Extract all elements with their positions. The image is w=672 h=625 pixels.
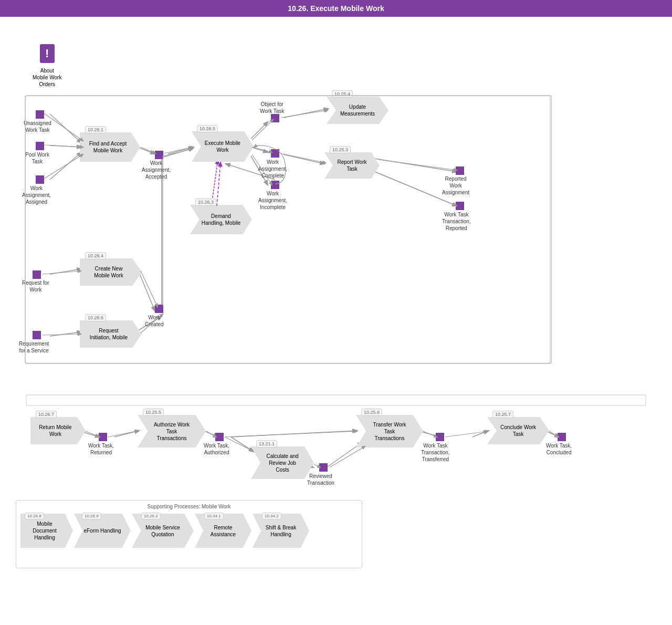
work-assignment-complete-obj xyxy=(271,149,279,158)
process-10-26-8[interactable]: MobileDocumentHandling 10.26.8 xyxy=(20,514,73,548)
svg-line-36 xyxy=(252,120,273,140)
work-created-obj xyxy=(155,305,163,313)
reviewed-transaction-obj xyxy=(319,463,328,472)
unassigned-work-task-label: UnassignedWork Task xyxy=(24,120,51,133)
work-task-returned-label: Work Task,Returned xyxy=(88,442,114,456)
unassigned-work-task-obj xyxy=(36,110,44,119)
process-id-10-26-1: 10.26.1 xyxy=(85,126,106,133)
svg-line-4 xyxy=(168,147,193,154)
process-id-10-26-5: 10.26.5 xyxy=(197,125,218,132)
work-assignment-assigned-obj xyxy=(36,175,44,184)
work-task-transaction-reported-obj xyxy=(456,202,464,210)
svg-line-33 xyxy=(44,154,83,179)
svg-line-40 xyxy=(379,160,457,170)
work-assignment-complete-label: WorkAssignment,Complete xyxy=(258,159,287,179)
svg-line-14 xyxy=(50,269,81,274)
process-10-26-6[interactable]: RequestInitiation, Mobile 10.26.6 xyxy=(80,320,142,348)
svg-line-9 xyxy=(375,159,457,172)
process-id-10-25-3: 10.25.3 xyxy=(330,146,351,153)
pool-work-task-obj xyxy=(36,142,44,150)
process-10-26-7[interactable]: Return MobileWork 10.26.7 xyxy=(30,417,86,444)
process-10-25-7[interactable]: Conclude WorkTask 10.25.7 xyxy=(487,417,549,444)
svg-line-37 xyxy=(281,110,328,118)
process-10-26-5[interactable]: Execute MobileWork 10.26.5 xyxy=(192,131,254,162)
svg-line-49 xyxy=(163,149,192,156)
work-assignment-incomplete-label: WorkAssignment,Incomplete xyxy=(258,190,287,211)
process-id-10-26-3: 10.26.3 xyxy=(195,199,216,206)
svg-line-0 xyxy=(50,114,81,143)
process-id-10-25-7: 10.25.7 xyxy=(492,411,513,418)
process-id-10-26-4: 10.26.4 xyxy=(85,252,106,259)
svg-line-43 xyxy=(217,163,220,206)
svg-line-38 xyxy=(252,147,272,152)
process-10-26-9[interactable]: eForm Handling 10.26.9 xyxy=(74,514,131,548)
work-task-transaction-transferred-label: Work TaskTransaction,Transferred xyxy=(421,442,450,463)
process-10-25-3[interactable]: Report WorkTask 10.25.3 xyxy=(324,152,380,179)
header: 10.26. Execute Mobile Work xyxy=(0,0,672,17)
request-for-work-label: Request forWork xyxy=(22,279,49,293)
process-10-34-2[interactable]: Shift & BreakHandling 10.34.2 xyxy=(253,514,309,548)
process-10-26-2[interactable]: Mobile ServiceQuotation 10.26.2 xyxy=(132,514,194,548)
work-assignment-accepted-obj xyxy=(155,151,163,159)
svg-rect-30 xyxy=(26,395,646,405)
svg-line-28 xyxy=(472,431,488,437)
svg-line-51 xyxy=(108,431,139,437)
svg-line-57 xyxy=(423,431,437,437)
work-task-authorized-obj xyxy=(215,433,224,441)
work-assignment-assigned-label: WorkAssignment,Assigned xyxy=(22,185,51,205)
process-10-34-1[interactable]: RemoteAssistance 10.34.1 xyxy=(195,514,251,548)
svg-line-44 xyxy=(42,271,81,274)
svg-line-32 xyxy=(44,145,83,147)
process-10-26-3[interactable]: DemandHandling, Mobile 10.26.3 xyxy=(190,205,252,234)
page-title: 10.26. Execute Mobile Work xyxy=(288,4,384,13)
svg-line-23 xyxy=(231,437,254,452)
work-assignment-incomplete-obj xyxy=(271,181,279,189)
process-10-26-1[interactable]: Find and AcceptMobile Work 10.26.1 xyxy=(80,132,140,162)
requirement-service-obj xyxy=(33,331,41,339)
work-created-label: WorkCreated xyxy=(145,314,164,328)
svg-line-50 xyxy=(86,431,100,437)
process-10-25-5[interactable]: Authorize WorkTaskTransactions 10.25.5 xyxy=(138,415,206,447)
process-id-13-21-1: 13.21.1 xyxy=(256,440,277,447)
diagram-area: ! AboutMobile WorkOrders UnassignedWork … xyxy=(0,17,672,595)
object-for-work-task-obj xyxy=(271,114,279,122)
work-task-authorized-label: Work Task,Authorized xyxy=(204,442,229,456)
svg-line-1 xyxy=(50,145,81,147)
svg-line-58 xyxy=(445,431,488,437)
svg-line-21 xyxy=(114,431,139,437)
about-label: AboutMobile WorkOrders xyxy=(33,67,61,88)
work-task-transaction-transferred-obj xyxy=(436,433,444,441)
work-task-concluded-label: Work Task,Concluded xyxy=(546,442,572,456)
svg-line-16 xyxy=(50,332,81,336)
process-id-10-25-5: 10.25.5 xyxy=(143,409,164,416)
process-id-10-25-6: 10.25.6 xyxy=(361,409,382,416)
svg-line-24 xyxy=(231,431,357,437)
svg-line-8 xyxy=(284,154,324,164)
pool-work-task-label: Pool WorkTask xyxy=(25,151,49,165)
supporting-processes-box: Supporting Processes: Mobile Work Mobile… xyxy=(16,500,362,568)
supporting-title: Supporting Processes: Mobile Work xyxy=(16,501,362,512)
process-id-10-25-4: 10.25.4 xyxy=(332,90,353,98)
svg-line-54 xyxy=(225,431,357,437)
svg-line-56 xyxy=(330,446,365,467)
work-task-returned-obj xyxy=(99,433,107,441)
process-10-25-6[interactable]: Transfer WorkTaskTransactions 10.25.6 xyxy=(356,415,423,447)
svg-line-6 xyxy=(284,109,328,118)
svg-line-35 xyxy=(164,147,193,153)
process-10-25-4[interactable]: UpdateMeasurements 10.25.4 xyxy=(327,97,388,124)
request-for-work-obj xyxy=(33,270,41,279)
svg-line-46 xyxy=(42,334,81,335)
reviewed-transaction-label: ReviewedTransaction xyxy=(307,473,334,486)
process-13-21-1[interactable]: Calculate andReview JobCosts 13.21.1 xyxy=(251,446,314,479)
reported-work-assignment-obj xyxy=(456,166,464,175)
work-task-transaction-reported-label: Work TaskTransaction,Reported xyxy=(442,211,471,232)
process-id-10-26-6: 10.26.6 xyxy=(85,314,106,321)
process-10-26-4[interactable]: Create NewMobile Work 10.26.4 xyxy=(80,258,142,286)
svg-line-45 xyxy=(141,271,158,307)
requirement-service-label: Requirementfor a Service xyxy=(19,340,49,354)
svg-line-34 xyxy=(141,147,155,153)
svg-line-2 xyxy=(50,152,81,180)
work-assignment-accepted-label: WorkAssignment,Accepted xyxy=(142,160,171,180)
object-for-work-task-label: Object forWork Task xyxy=(260,101,284,114)
reported-work-assignment-label: ReportedWorkAssignment xyxy=(442,175,469,196)
